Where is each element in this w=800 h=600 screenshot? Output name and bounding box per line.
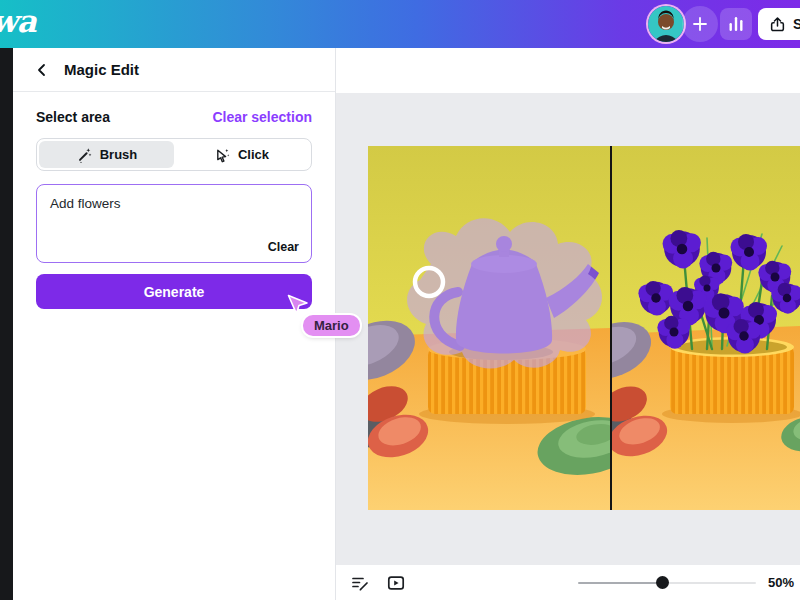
canvas-top-strip — [336, 48, 800, 93]
avatar[interactable] — [648, 6, 684, 42]
share-button-label: S — [793, 16, 800, 32]
zoom-slider-thumb[interactable] — [656, 576, 669, 589]
flowers-scene-image — [612, 146, 800, 510]
selection-tool-switcher: Brush Click — [36, 138, 312, 171]
tab-brush-label: Brush — [100, 147, 138, 162]
tab-click-label: Click — [238, 147, 269, 162]
plus-icon — [691, 15, 709, 33]
avatar-image — [648, 6, 684, 42]
present-button[interactable] — [385, 572, 407, 594]
zoom-slider[interactable] — [578, 576, 756, 590]
zoom-level-label: 50% — [768, 575, 794, 590]
bar-chart-icon — [726, 14, 746, 34]
panel-body: Select area Clear selection Brush — [13, 92, 335, 309]
app-window: wa — [0, 0, 800, 600]
select-area-label: Select area — [36, 109, 110, 125]
share-button[interactable]: S — [758, 8, 800, 40]
notes-icon — [350, 573, 370, 593]
top-bar: wa — [0, 0, 800, 48]
insights-button[interactable] — [720, 8, 752, 40]
design-page-before[interactable] — [368, 146, 610, 510]
zoom-track-empty — [663, 582, 756, 584]
tab-click[interactable]: Click — [174, 141, 309, 168]
add-member-button[interactable] — [682, 6, 718, 42]
zoom-track-filled — [578, 582, 663, 584]
share-icon — [769, 16, 786, 33]
teapot-scene-image — [368, 146, 610, 510]
prompt-box: Add flowers Clear — [36, 184, 312, 263]
back-button[interactable] — [33, 61, 51, 79]
chevron-left-icon — [34, 62, 50, 78]
cursor-sparkle-icon — [214, 147, 230, 163]
clear-selection-link[interactable]: Clear selection — [212, 109, 312, 125]
design-page-after[interactable] — [612, 146, 800, 510]
brush-sparkle-icon — [76, 147, 92, 163]
panel-header: Magic Edit — [13, 48, 335, 92]
canva-logo[interactable]: wa — [0, 3, 36, 39]
status-bar: 50% — [336, 565, 800, 600]
notes-button[interactable] — [349, 572, 371, 594]
tab-brush[interactable]: Brush — [39, 141, 174, 168]
design-spread[interactable] — [368, 146, 800, 510]
editor-canvas: 50% — [336, 48, 800, 600]
collapsed-sidebar-rail[interactable] — [0, 48, 13, 600]
present-icon — [386, 573, 406, 593]
magic-edit-panel: Magic Edit Select area Clear selection B… — [13, 48, 336, 600]
page-title: Magic Edit — [64, 61, 139, 78]
generate-button[interactable]: Generate — [36, 274, 312, 309]
prompt-clear-button[interactable]: Clear — [268, 240, 299, 254]
